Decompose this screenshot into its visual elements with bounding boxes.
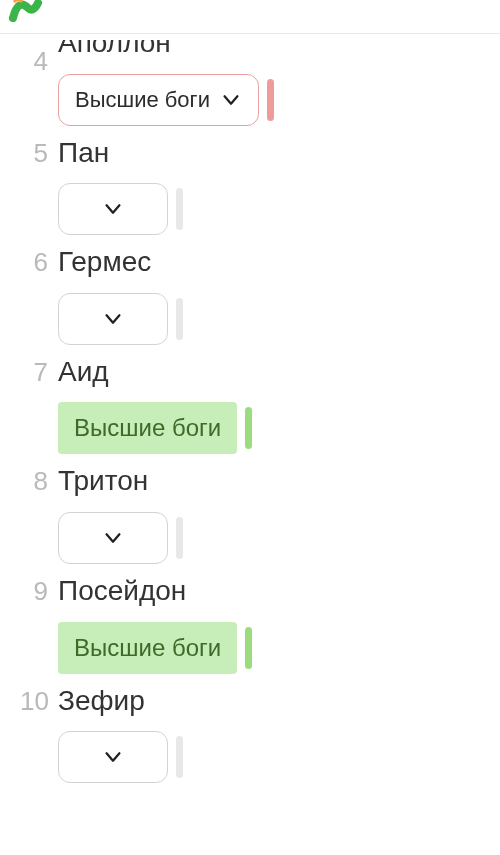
question-row: 9 Посейдон Высшие боги bbox=[20, 574, 480, 674]
status-indicator-none bbox=[176, 188, 183, 230]
question-name: Зефир bbox=[58, 684, 183, 718]
answer-select-empty[interactable] bbox=[58, 183, 168, 235]
status-indicator-correct bbox=[245, 407, 252, 449]
answer-chip-label: Высшие боги bbox=[74, 414, 221, 442]
question-name: Посейдон bbox=[58, 574, 252, 608]
status-indicator-none bbox=[176, 736, 183, 778]
chevron-down-icon bbox=[102, 746, 124, 768]
question-row: 8 Тритон bbox=[20, 464, 480, 564]
question-name: Гермес bbox=[58, 245, 183, 279]
question-list: 4 Аполлон Высшие боги 5 Пан bbox=[0, 44, 500, 803]
status-indicator-wrong bbox=[267, 79, 274, 121]
chevron-down-icon bbox=[220, 89, 242, 111]
question-number: 7 bbox=[20, 355, 58, 388]
answer-chip-label: Высшие боги bbox=[74, 634, 221, 662]
question-number: 6 bbox=[20, 245, 58, 278]
status-indicator-none bbox=[176, 298, 183, 340]
chevron-down-icon bbox=[102, 198, 124, 220]
answer-chip-correct[interactable]: Высшие боги bbox=[58, 402, 237, 454]
question-name: Тритон bbox=[58, 464, 183, 498]
status-indicator-none bbox=[176, 517, 183, 559]
answer-select-wrong[interactable]: Высшие боги bbox=[58, 74, 259, 126]
answer-select-empty[interactable] bbox=[58, 293, 168, 345]
question-row: 5 Пан bbox=[20, 136, 480, 236]
question-number: 9 bbox=[20, 574, 58, 607]
question-number: 5 bbox=[20, 136, 58, 169]
question-number: 4 bbox=[20, 44, 58, 77]
question-row: 7 Аид Высшие боги bbox=[20, 355, 480, 455]
top-bar bbox=[0, 0, 500, 34]
question-number: 8 bbox=[20, 464, 58, 497]
question-row: 4 Аполлон Высшие боги bbox=[20, 44, 480, 126]
question-row: 6 Гермес bbox=[20, 245, 480, 345]
answer-select-label: Высшие боги bbox=[75, 87, 210, 113]
answer-chip-correct[interactable]: Высшие боги bbox=[58, 622, 237, 674]
question-name: Пан bbox=[58, 136, 183, 170]
question-row: 10 Зефир bbox=[20, 684, 480, 784]
answer-select-empty[interactable] bbox=[58, 731, 168, 783]
answer-select-empty[interactable] bbox=[58, 512, 168, 564]
chevron-down-icon bbox=[102, 527, 124, 549]
app-logo bbox=[8, 0, 48, 28]
question-name: Аид bbox=[58, 355, 252, 389]
question-number: 10 bbox=[20, 684, 58, 717]
chevron-down-icon bbox=[102, 308, 124, 330]
status-indicator-correct bbox=[245, 627, 252, 669]
